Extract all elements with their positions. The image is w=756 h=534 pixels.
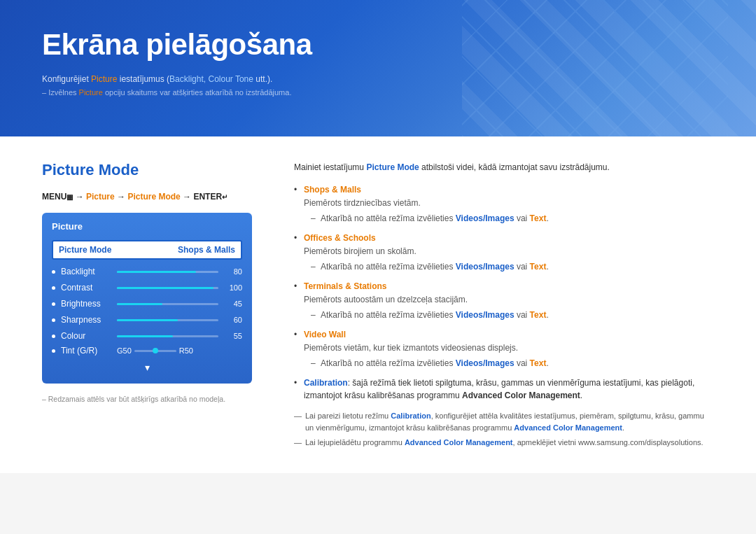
sub-item: Atkarībā no attēla režīma izvēlieties Vi…: [311, 260, 714, 273]
sub-list-shops: Atkarībā no attēla režīma izvēlieties Vi…: [304, 212, 714, 225]
highlight-picture1: Picture: [91, 74, 117, 84]
list-item: Video Wall Piemērots vietām, kur tiek iz…: [294, 328, 714, 370]
header-banner: Ekrāna pielāgošana Konfigurējiet Picture…: [0, 0, 756, 136]
page-title: Ekrāna pielāgošana: [42, 28, 714, 62]
menu-path: MENU▦ → Picture → Picture Mode → ENTER↵: [42, 192, 266, 202]
setting-row: Sharpness 60: [52, 314, 242, 326]
dash-note-2: Lai lejupielādētu programmu Advanced Col…: [294, 437, 714, 449]
list-item: Offices & Schools Piemērots birojiem un …: [294, 232, 714, 273]
slider-fill: [117, 303, 162, 305]
slider-container: 45: [117, 300, 242, 308]
highlight-picture2: Picture: [79, 88, 103, 97]
setting-name: Contrast: [61, 283, 117, 293]
item-desc-calibration: : šajā režīmā tiek lietoti spilgtuma, kr…: [304, 378, 694, 400]
bullet-list: Shops & Malls Piemērots tirdzniecības vi…: [294, 183, 714, 402]
sub-list-videowall: Atkarībā no attēla režīma izvēlieties Vi…: [304, 357, 714, 370]
header-note: – Izvēlnes Picture opciju skaitums var a…: [42, 88, 714, 97]
tint-slider[interactable]: [134, 350, 176, 352]
picture-mode-label: Picture Mode: [59, 245, 111, 255]
left-column: Picture Mode MENU▦ → Picture → Picture M…: [42, 161, 266, 452]
setting-dot: [52, 318, 55, 322]
picture-panel: Picture Picture Mode Shops & Malls Backl…: [42, 213, 252, 384]
slider-track[interactable]: [117, 287, 218, 289]
setting-row: Backlight 80: [52, 265, 242, 278]
tint-label: Tint (G/R): [61, 346, 117, 356]
setting-row: Brightness 45: [52, 297, 242, 310]
item-desc-offices: Piemērots birojiem un skolām.: [304, 245, 714, 258]
item-desc-shops: Piemērots tirdzniecības vietām.: [304, 197, 714, 209]
tint-dot: [52, 349, 55, 353]
item-title-terminals: Terminals & Stations: [304, 281, 386, 291]
item-title-shops: Shops & Malls: [304, 185, 361, 195]
slider-container: 60: [117, 316, 242, 324]
setting-row: Colour 55: [52, 330, 242, 342]
setting-name: Sharpness: [61, 315, 117, 325]
settings-list: Backlight 80 Contrast 100 Brightness: [52, 265, 242, 342]
setting-dot: [52, 302, 55, 306]
item-title-videowall: Video Wall: [304, 330, 346, 339]
slider-fill: [117, 287, 214, 289]
slider-value: 60: [223, 316, 242, 324]
item-desc-videowall: Piemērots vietām, kur tiek izmantots vid…: [304, 342, 714, 354]
tint-handle: [153, 348, 158, 353]
slider-track[interactable]: [117, 319, 218, 321]
sub-list-terminals: Atkarībā no attēla režīma izvēlieties Vi…: [304, 309, 714, 321]
tint-values: G50 R50: [117, 346, 242, 355]
slider-fill: [117, 319, 178, 321]
item-desc-terminals: Piemērots autoostām un dzelzceļa stacijā…: [304, 293, 714, 306]
setting-name: Colour: [61, 331, 117, 341]
slider-container: 55: [117, 332, 242, 340]
highlight-backlight: Backlight, Colour Tone: [169, 74, 253, 84]
tint-g-value: G50: [117, 346, 132, 355]
list-item: Calibration: šajā režīmā tiek lietoti sp…: [294, 377, 714, 402]
slider-value: 55: [223, 332, 242, 340]
sub-item: Atkarībā no attēla režīma izvēlieties Vi…: [311, 212, 714, 225]
list-item: Terminals & Stations Piemērots autoostām…: [294, 280, 714, 321]
picture-mode-row[interactable]: Picture Mode Shops & Malls: [52, 240, 242, 260]
chevron-down-icon: ▾: [145, 362, 150, 373]
setting-name: Brightness: [61, 299, 117, 309]
setting-dot: [52, 286, 55, 290]
item-title-offices: Offices & Schools: [304, 233, 376, 243]
item-title-calibration: Calibration: [304, 378, 348, 388]
tint-row: Tint (G/R) G50 R50: [52, 346, 242, 356]
decorative-pattern: [462, 0, 728, 136]
dash-notes: Lai pareizi lietotu režīmu Calibration, …: [294, 410, 714, 449]
slider-track[interactable]: [117, 303, 218, 305]
footnote: – Redzamais attēls var būt atšķirīgs atk…: [42, 395, 266, 403]
section-title: Picture Mode: [42, 161, 266, 179]
list-item: Shops & Malls Piemērots tirdzniecības vi…: [294, 183, 714, 225]
content-area: Picture Mode MENU▦ → Picture → Picture M…: [0, 136, 756, 473]
slider-value: 80: [223, 267, 242, 276]
right-column: Mainiet iestatījumu Picture Mode atbilst…: [294, 161, 714, 452]
setting-dot: [52, 270, 55, 274]
slider-value: 100: [223, 283, 242, 292]
sub-item: Atkarībā no attēla režīma izvēlieties Vi…: [311, 309, 714, 321]
slider-fill: [117, 271, 196, 273]
slider-track[interactable]: [117, 335, 218, 337]
slider-fill: [117, 335, 173, 337]
slider-container: 80: [117, 267, 242, 276]
setting-row: Contrast 100: [52, 281, 242, 294]
panel-header-label: Picture: [52, 221, 242, 233]
dash-note-1: Lai pareizi lietotu režīmu Calibration, …: [294, 410, 714, 433]
slider-container: 100: [117, 283, 242, 292]
setting-dot: [52, 335, 55, 338]
tint-r-value: R50: [179, 346, 193, 355]
header-subtitle: Konfigurējiet Picture iestatījumus (Back…: [42, 74, 714, 84]
picture-mode-value: Shops & Malls: [178, 245, 235, 255]
setting-name: Backlight: [61, 267, 117, 276]
intro-highlight: Picture Mode: [366, 162, 419, 172]
sub-list-offices: Atkarībā no attēla režīma izvēlieties Vi…: [304, 260, 714, 273]
slider-track[interactable]: [117, 271, 218, 273]
intro-text: Mainiet iestatījumu Picture Mode atbilst…: [294, 161, 714, 174]
sub-item: Atkarībā no attēla režīma izvēlieties Vi…: [311, 357, 714, 370]
panel-chevron[interactable]: ▾: [52, 361, 242, 374]
slider-value: 45: [223, 300, 242, 308]
